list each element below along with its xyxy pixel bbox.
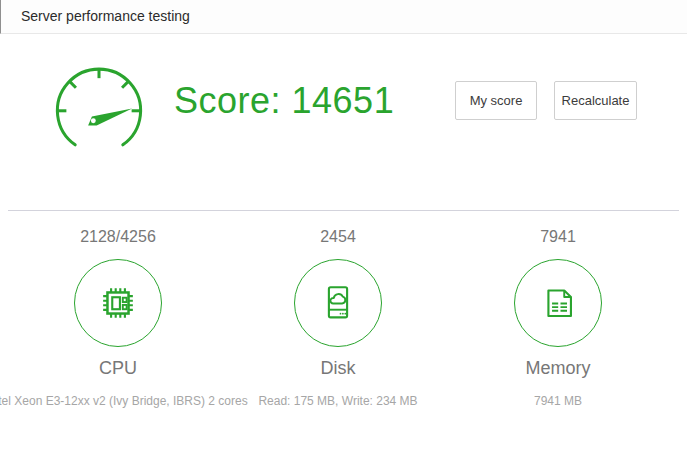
- cpu-value: 2128/4256: [8, 228, 228, 246]
- section-divider: [8, 210, 679, 211]
- my-score-button[interactable]: My score: [455, 81, 537, 120]
- server-performance-panel: Server performance testing Score: 14651 …: [0, 0, 687, 457]
- cpu-label: CPU: [8, 358, 228, 379]
- memory-document-icon: [535, 280, 581, 326]
- memory-detail: 7941 MB: [428, 392, 687, 411]
- disk-label: Disk: [228, 358, 448, 379]
- score-value: Score: 14651: [174, 83, 394, 119]
- metric-memory: 7941 Memory 7941 MB: [448, 228, 668, 411]
- disk-value: 2454: [228, 228, 448, 246]
- recalculate-button[interactable]: Recalculate: [554, 81, 637, 120]
- disk-drive-icon: [315, 280, 361, 326]
- memory-circle: [514, 259, 602, 347]
- memory-value: 7941: [448, 228, 668, 246]
- metric-cpu: 2128/4256 CPU Intel Xeon E3-12xx v2 (Ivy…: [8, 228, 228, 411]
- disk-circle: [294, 259, 382, 347]
- cpu-chip-icon: [95, 280, 141, 326]
- metric-disk: 2454 Disk Read: 175 MB, Write: 234 MB: [228, 228, 448, 411]
- cpu-circle: [74, 259, 162, 347]
- page-title: Server performance testing: [21, 8, 190, 24]
- gauge-icon: [47, 63, 151, 151]
- memory-label: Memory: [448, 358, 668, 379]
- panel-header: Server performance testing: [0, 0, 687, 34]
